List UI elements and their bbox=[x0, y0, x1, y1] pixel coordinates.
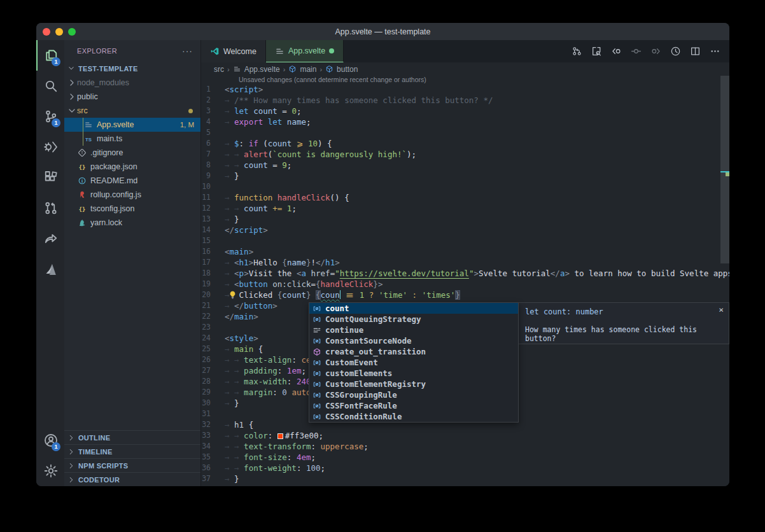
section-label: NPM SCRIPTS bbox=[78, 462, 128, 470]
code-line-17[interactable]: 17→ <h1>Hello {name}!</h1> bbox=[201, 257, 729, 268]
lightbulb-icon[interactable] bbox=[228, 290, 237, 300]
file-history-icon[interactable] bbox=[670, 46, 681, 57]
sidebar-section-codetour[interactable]: CODETOUR bbox=[64, 472, 200, 486]
code-line-1[interactable]: 1<script> bbox=[201, 84, 729, 95]
suggestion-countqueuingstrategy[interactable]: CountQueuingStrategy bbox=[309, 314, 518, 325]
suggestion-label: CSSConditionRule bbox=[325, 412, 402, 421]
split-editor-icon[interactable] bbox=[690, 46, 701, 57]
svg-text:TS: TS bbox=[85, 137, 92, 143]
gitlens-compare-icon[interactable] bbox=[572, 46, 582, 57]
breadcrumb-item-main[interactable]: main bbox=[300, 65, 316, 74]
activity-bar-item-live-share[interactable] bbox=[36, 223, 64, 254]
suggestion-cssconditionrule[interactable]: CSSConditionRule bbox=[309, 411, 518, 422]
tab-app-svelte[interactable]: App.svelte bbox=[266, 40, 344, 62]
breadcrumb-item-app-svelte[interactable]: App.svelte bbox=[244, 65, 280, 74]
editor-scrollbar[interactable] bbox=[720, 76, 729, 263]
line-number: 30 bbox=[201, 398, 225, 409]
suggestion-customelements[interactable]: customElements bbox=[309, 368, 518, 379]
suggestion-cssfontfacerule[interactable]: CSSFontFaceRule bbox=[309, 400, 518, 411]
code-line-34[interactable]: 34→ → text-transform: uppercase; bbox=[201, 441, 729, 452]
tree-item-app-svelte[interactable]: App.svelte1, M bbox=[64, 118, 200, 132]
activity-bar-item-run-and-debug[interactable] bbox=[36, 132, 64, 162]
breadcrumb[interactable]: src›App.svelte›main›button bbox=[201, 62, 729, 76]
tree-item--gitignore[interactable]: .gitignore bbox=[64, 146, 200, 160]
current-change-icon[interactable] bbox=[631, 46, 642, 57]
tree-item-src[interactable]: src bbox=[64, 104, 200, 118]
code-line-5[interactable]: 5 bbox=[201, 127, 729, 138]
suggestion-constantsourcenode[interactable]: ConstantSourceNode bbox=[309, 335, 518, 346]
previous-change-icon[interactable] bbox=[611, 46, 622, 57]
code-line-33[interactable]: 33→ → color: #ff3e00; bbox=[201, 430, 729, 441]
code-line-36[interactable]: 36→ → font-weight: 100; bbox=[201, 463, 729, 473]
close-window-button[interactable] bbox=[43, 28, 50, 36]
code-line-9[interactable]: 9→ } bbox=[201, 171, 729, 181]
workspace-section-header[interactable]: TEST-TEMPLATE bbox=[64, 62, 200, 76]
open-changes-icon[interactable] bbox=[591, 46, 602, 57]
activity-bar-item-azure[interactable] bbox=[36, 254, 64, 284]
activity-bar-item-explorer[interactable]: 1 bbox=[36, 40, 64, 71]
activity-bar-item-github-pull-requests[interactable] bbox=[36, 193, 64, 223]
tree-item-package-json[interactable]: {}package.json bbox=[64, 160, 200, 174]
code-line-35[interactable]: 35→ → font-size: 4em; bbox=[201, 452, 729, 463]
code-line-6[interactable]: 6→ $: if (count ⩾ 10) { bbox=[201, 138, 729, 149]
tree-item-yarn-lock[interactable]: yarn.lock bbox=[64, 216, 200, 230]
code-line-13[interactable]: 13→ } bbox=[201, 214, 729, 225]
suggestion-cssgroupingrule[interactable]: CSSGroupingRule bbox=[309, 389, 518, 400]
tree-item-public[interactable]: public bbox=[64, 90, 200, 104]
suggestion-count[interactable]: count bbox=[309, 303, 518, 314]
tree-item-rollup-config-js[interactable]: rollup.config.js bbox=[64, 188, 200, 202]
suggest-details-panel: let count: number How many times has som… bbox=[519, 302, 729, 344]
sidebar-section-outline[interactable]: OUTLINE bbox=[64, 430, 200, 444]
breadcrumb-item-button[interactable]: button bbox=[337, 65, 358, 74]
suggestion-label: count bbox=[325, 304, 349, 313]
sidebar-section-timeline[interactable]: TIMELINE bbox=[64, 444, 200, 458]
title-bar[interactable]: App.svelte — test-template bbox=[36, 23, 729, 40]
tab-welcome[interactable]: Welcome bbox=[201, 40, 266, 62]
code-line-14[interactable]: 14</script> bbox=[201, 225, 729, 235]
code-line-8[interactable]: 8→ → count = 9; bbox=[201, 160, 729, 171]
suggestion-customelementregistry[interactable]: CustomElementRegistry bbox=[309, 379, 518, 389]
breadcrumb-item-src[interactable]: src bbox=[214, 65, 224, 74]
sidebar-section-npm-scripts[interactable]: NPM SCRIPTS bbox=[64, 458, 200, 472]
code-line-12[interactable]: 12→ → count += 1; bbox=[201, 203, 729, 214]
code-line-19[interactable]: 19→ <button on:click={handleClick}> bbox=[201, 279, 729, 290]
symbol-variable-icon bbox=[312, 336, 321, 346]
tree-item-label: yarn.lock bbox=[90, 218, 200, 227]
suggestion-create_out_transition[interactable]: create_out_transition bbox=[309, 346, 518, 357]
code-line-37[interactable]: 37→ } bbox=[201, 473, 729, 484]
activity-bar-item-accounts[interactable]: 1 bbox=[36, 425, 64, 456]
zoom-window-button[interactable] bbox=[68, 28, 76, 36]
activity-bar-item-source-control[interactable]: 1 bbox=[36, 101, 64, 132]
code-line-7[interactable]: 7→ → alert(`count is dangerously high!`)… bbox=[201, 149, 729, 160]
minimize-window-button[interactable] bbox=[55, 28, 63, 36]
code-line-20[interactable]: 20→ Clicked {count} {coun ≡ 1 ? 'time' :… bbox=[201, 290, 729, 300]
vscode-icon bbox=[210, 46, 220, 56]
suggestion-continue[interactable]: continue bbox=[309, 325, 518, 335]
tree-item-readme-md[interactable]: iREADME.md bbox=[64, 174, 200, 188]
activity-bar-item-settings[interactable] bbox=[36, 456, 64, 486]
code-line-16[interactable]: 16<main> bbox=[201, 246, 729, 257]
activity-bar-item-extensions[interactable] bbox=[36, 162, 64, 193]
suggestion-label: CustomElementRegistry bbox=[325, 379, 426, 389]
code-line-18[interactable]: 18→ <p>Visit the <a href="https://svelte… bbox=[201, 268, 729, 279]
tree-item-label: README.md bbox=[90, 176, 200, 185]
more-actions-icon[interactable] bbox=[710, 46, 720, 57]
code-line-3[interactable]: 3→ let count = 0; bbox=[201, 106, 729, 116]
tree-item-node-modules[interactable]: node_modules bbox=[64, 76, 200, 90]
code-editor[interactable]: Unsaved changes (cannot determine recent… bbox=[201, 76, 729, 486]
intellisense-suggest-widget: countCountQueuingStrategycontinueConstan… bbox=[309, 302, 519, 423]
gitlens-blame-annotation: Unsaved changes (cannot determine recent… bbox=[239, 76, 729, 84]
code-line-11[interactable]: 11→ function handleClick() { bbox=[201, 192, 729, 203]
activity-bar-item-search[interactable] bbox=[36, 71, 64, 101]
close-icon[interactable]: × bbox=[719, 305, 724, 314]
code-line-10[interactable]: 10 bbox=[201, 181, 729, 192]
next-change-icon[interactable] bbox=[650, 46, 661, 57]
sidebar-more-icon[interactable]: ··· bbox=[182, 46, 193, 56]
suggestion-customevent[interactable]: CustomEvent bbox=[309, 357, 518, 368]
tree-item-tsconfig-json[interactable]: {}tsconfig.json bbox=[64, 202, 200, 216]
code-line-15[interactable]: 15 bbox=[201, 235, 729, 246]
code-line-4[interactable]: 4→ export let name; bbox=[201, 116, 729, 127]
code-line-2[interactable]: 2→ /** How many times has someone clicke… bbox=[201, 95, 729, 106]
line-content: → /** How many times has someone clicked… bbox=[225, 95, 729, 106]
tree-item-main-ts[interactable]: TSmain.ts bbox=[64, 132, 200, 146]
